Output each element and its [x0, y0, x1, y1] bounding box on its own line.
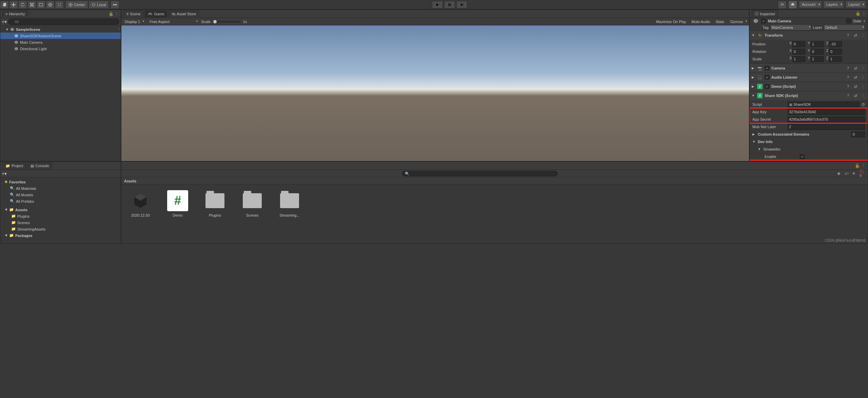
sharesdk-header[interactable]: ▼#Share SDK (Script)?⇄⋮ [750, 91, 868, 100]
transform-tool[interactable] [46, 1, 55, 9]
assets-header[interactable]: ▼ 📁 Assets [0, 206, 121, 213]
demo-enable[interactable]: ✓ [765, 84, 769, 89]
hand-tool[interactable] [0, 1, 9, 9]
help-icon[interactable]: ? [845, 33, 851, 38]
menu-icon[interactable]: ⋮ [860, 93, 866, 98]
filter-type-icon[interactable]: ◉ [837, 171, 843, 176]
scale-slider[interactable] [213, 21, 240, 22]
scene-row[interactable]: ▼ SampleScene ⋮ [0, 26, 121, 33]
hierarchy-search[interactable] [8, 19, 119, 25]
rot-z[interactable] [829, 49, 842, 55]
gameobject-row-1[interactable]: Main Camera [0, 39, 121, 45]
rot-x[interactable] [792, 49, 805, 55]
space-mode[interactable]: Local [88, 1, 109, 9]
devinfo-fold[interactable]: ▼ [752, 140, 756, 143]
asset-item-4[interactable]: Streaming... [276, 190, 303, 238]
sina-fold[interactable]: ▼ [758, 147, 761, 151]
inspector-tab[interactable]: ⓘ Inspector [752, 10, 778, 17]
asset-folder-1[interactable]: 📁 Scenes [0, 219, 121, 226]
asset-item-1[interactable]: #Demo [164, 190, 191, 238]
audio-header[interactable]: ▶🎧✓Audio Listener?⇄⋮ [750, 73, 868, 82]
favorites-header[interactable]: ★ Favorites [0, 179, 121, 185]
pause-button[interactable] [444, 1, 455, 8]
rotate-tool[interactable] [18, 1, 27, 9]
pivot-mode[interactable]: Center [65, 1, 88, 9]
asset-folder-0[interactable]: 📁 Plugins [0, 213, 121, 219]
scl-y[interactable] [811, 56, 824, 62]
custom-tools[interactable] [55, 1, 64, 9]
help-icon[interactable]: ? [845, 75, 851, 80]
rot-y[interactable] [811, 49, 824, 55]
demo-header[interactable]: ▶#✓Demo (Script)?⇄⋮ [750, 82, 868, 91]
project-menu-icon[interactable]: ⋮ [862, 163, 866, 168]
pos-x[interactable] [792, 41, 805, 47]
mute-toggle[interactable]: Mute Audio [690, 20, 712, 24]
packages-header[interactable]: ▼ 📁 Packages [0, 232, 121, 239]
component-menu-icon[interactable]: ⋮ [860, 33, 866, 38]
audio-enable[interactable]: ✓ [765, 75, 769, 80]
active-checkbox[interactable]: ✓ [761, 19, 766, 23]
asset-folder-2[interactable]: 📁 StreamingAssets [0, 226, 121, 232]
preset-icon[interactable]: ⇄ [853, 33, 858, 38]
custom-fold[interactable]: ▶ [752, 133, 756, 136]
aspect-dropdown[interactable]: Free Aspect [147, 19, 198, 24]
stats-toggle[interactable]: Stats [714, 20, 726, 24]
project-create[interactable]: +▾ [2, 171, 7, 176]
project-lock-icon[interactable]: 🔓 [855, 163, 860, 168]
scene-tab[interactable]: # Scene [123, 11, 143, 17]
appkey-input[interactable] [788, 109, 865, 115]
appsecret-input[interactable] [788, 117, 865, 122]
assetstore-tab[interactable]: 🛍 Asset Store [169, 11, 199, 17]
preset-icon[interactable]: ⇄ [853, 93, 858, 98]
move-tool[interactable] [9, 1, 18, 9]
custom-count[interactable] [851, 132, 865, 137]
rect-tool[interactable] [37, 1, 45, 9]
maximize-toggle[interactable]: Maximize On Play [655, 20, 688, 24]
pos-y[interactable] [811, 41, 824, 47]
layers-dropdown[interactable]: Layers [823, 1, 844, 8]
inspector-menu-icon[interactable]: ⋮ [862, 12, 866, 16]
step-button[interactable] [456, 1, 467, 8]
tag-dropdown[interactable]: MainCamera [770, 24, 811, 31]
transform-header[interactable]: ▼ Transform ? ⇄ ⋮ [750, 31, 868, 40]
project-tab[interactable]: 📁 Project [2, 162, 26, 169]
scl-x[interactable] [792, 56, 805, 62]
sina-enable-checkbox[interactable]: ✓ [800, 154, 805, 159]
camera-enable[interactable]: ✓ [765, 66, 769, 71]
collab-icon[interactable] [778, 1, 787, 9]
filter-star-icon[interactable]: ★ [852, 171, 858, 176]
scale-tool[interactable] [27, 1, 36, 9]
preset-icon[interactable]: ⇄ [853, 84, 858, 89]
help-icon[interactable]: ? [845, 93, 851, 98]
gameobject-row-0[interactable]: ShareSDKRestoreScene [0, 33, 121, 39]
menu-icon[interactable]: ⋮ [860, 84, 866, 89]
pos-z[interactable] [829, 41, 842, 47]
game-tab[interactable]: 🎮 Game [145, 11, 167, 17]
preset-icon[interactable]: ⇄ [853, 75, 858, 80]
gizmos-dropdown[interactable]: Gizmos [728, 19, 748, 24]
mobnet-input[interactable] [788, 124, 865, 130]
asset-item-3[interactable]: Scenes [239, 190, 266, 238]
help-icon[interactable]: ? [845, 65, 851, 71]
menu-icon[interactable]: ⋮ [860, 75, 866, 80]
help-icon[interactable]: ? [845, 84, 851, 89]
project-search[interactable] [402, 171, 558, 176]
create-dropdown[interactable]: +▾ [2, 19, 7, 24]
account-dropdown[interactable]: Account [799, 1, 822, 8]
inspector-lock-icon[interactable]: 🔓 [855, 11, 861, 16]
layer-dropdown[interactable]: Default [824, 24, 865, 31]
filter-label-icon[interactable]: 🏷 [845, 172, 851, 176]
asset-item-2[interactable]: Plugins [201, 190, 229, 238]
snap-toggle[interactable] [111, 1, 119, 9]
scene-menu[interactable]: ⋮ [117, 27, 121, 32]
layout-dropdown[interactable]: Layout [845, 1, 866, 8]
panel-menu-icon[interactable]: ⋮ [115, 12, 119, 16]
preset-icon[interactable]: ⇄ [853, 65, 858, 71]
fav-item-0[interactable]: 🔍 All Materials [0, 185, 121, 192]
scl-z[interactable] [829, 56, 842, 62]
gameobject-row-2[interactable]: Directional Light [0, 45, 121, 52]
asset-item-0[interactable]: 2020.12.03 [127, 190, 154, 238]
script-field[interactable]: ▣ShareSDK [788, 102, 860, 107]
console-tab[interactable]: ▤ Console [27, 162, 52, 169]
display-dropdown[interactable]: Display 1 [123, 19, 145, 24]
